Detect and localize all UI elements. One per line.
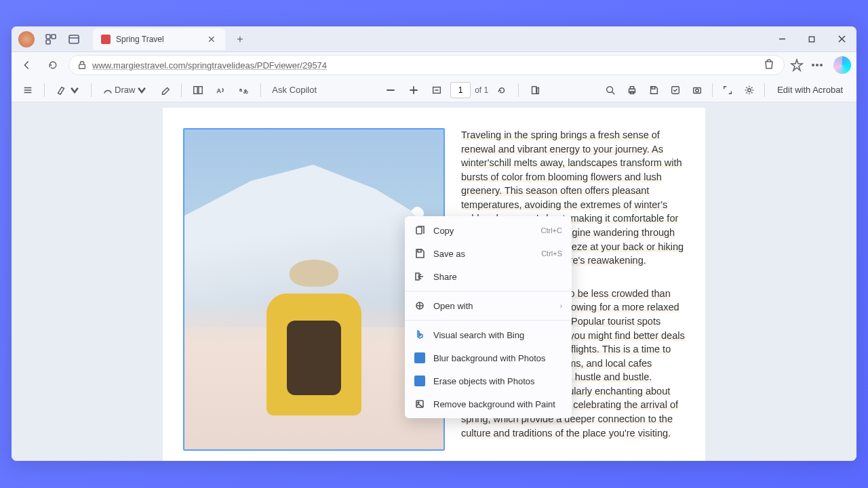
two-page-button[interactable] xyxy=(189,81,208,100)
settings-button[interactable] xyxy=(740,81,759,100)
svg-rect-32 xyxy=(631,86,634,89)
profile-avatar[interactable] xyxy=(18,31,35,47)
tab-favicon-icon xyxy=(101,35,111,44)
site-info-icon[interactable] xyxy=(77,60,87,70)
titlebar: Spring Travel ✕ + xyxy=(12,26,856,52)
menu-open-with[interactable]: Open with › xyxy=(405,294,572,317)
translate-button[interactable]: aあ xyxy=(235,81,254,100)
svg-text:A: A xyxy=(217,87,221,94)
svg-text:a: a xyxy=(239,87,242,92)
workspaces-icon[interactable] xyxy=(44,33,58,46)
new-tab-button[interactable]: + xyxy=(231,30,250,49)
bing-icon xyxy=(414,329,425,340)
menu-blur-background[interactable]: Blur background with Photos xyxy=(405,346,572,369)
svg-text:あ: あ xyxy=(243,89,248,94)
photos-blur-icon xyxy=(414,352,425,363)
erase-button[interactable] xyxy=(155,81,174,100)
more-icon[interactable] xyxy=(810,58,824,72)
svg-rect-41 xyxy=(416,273,419,280)
svg-rect-27 xyxy=(532,86,536,94)
contents-button[interactable] xyxy=(18,81,37,100)
share-icon xyxy=(414,271,425,282)
add-notes-button[interactable] xyxy=(666,81,685,100)
address-bar-row: www.margiestravel.com/springtravelideas/… xyxy=(12,52,856,78)
menu-save-as[interactable]: Save as Ctrl+S xyxy=(405,242,572,265)
tab-title: Spring Travel xyxy=(116,35,201,44)
photos-erase-icon xyxy=(414,375,425,386)
svg-point-12 xyxy=(816,64,818,66)
copy-icon xyxy=(414,225,425,236)
svg-point-37 xyxy=(696,89,698,92)
svg-point-38 xyxy=(748,88,751,91)
svg-rect-28 xyxy=(537,87,539,94)
fullscreen-button[interactable] xyxy=(718,81,737,100)
print-button[interactable] xyxy=(623,81,642,100)
save-icon xyxy=(414,248,425,259)
svg-rect-1 xyxy=(52,35,56,39)
address-bar[interactable]: www.margiestravel.com/springtravelideas/… xyxy=(68,55,785,75)
menu-remove-background[interactable]: Remove background with Paint xyxy=(405,392,572,415)
window-controls xyxy=(767,26,856,52)
svg-point-44 xyxy=(418,402,419,403)
fit-button[interactable] xyxy=(427,81,446,100)
refresh-button[interactable] xyxy=(43,55,63,75)
search-button[interactable] xyxy=(601,81,620,100)
menu-erase-objects[interactable]: Erase objects with Photos xyxy=(405,369,572,392)
edit-with-acrobat-button[interactable]: Edit with Acrobat xyxy=(770,85,850,95)
menu-copy[interactable]: Copy Ctrl+C xyxy=(405,219,572,242)
tab-close-button[interactable]: ✕ xyxy=(206,34,217,45)
open-with-icon xyxy=(414,300,425,311)
browser-tab[interactable]: Spring Travel ✕ xyxy=(93,28,225,50)
svg-rect-39 xyxy=(416,227,422,234)
draw-button[interactable]: Draw xyxy=(98,81,151,100)
image-context-menu: Copy Ctrl+C Save as Ctrl+S Share Open wi… xyxy=(405,216,572,418)
copilot-button[interactable] xyxy=(833,56,851,74)
svg-rect-3 xyxy=(69,35,79,43)
pdf-toolbar: Draw A aあ Ask Copilot of 1 Edit with Acr… xyxy=(12,78,856,102)
favorites-icon[interactable] xyxy=(790,58,804,72)
svg-rect-9 xyxy=(79,64,85,68)
zoom-in-button[interactable] xyxy=(404,81,423,100)
page-total: of 1 xyxy=(475,85,488,95)
tab-actions-icon[interactable] xyxy=(67,33,81,46)
svg-rect-6 xyxy=(809,37,814,42)
svg-point-11 xyxy=(812,64,814,66)
paint-icon xyxy=(414,399,425,409)
svg-rect-34 xyxy=(652,86,655,89)
draw-label: Draw xyxy=(115,85,135,95)
read-aloud-button[interactable]: A xyxy=(212,81,231,100)
svg-point-13 xyxy=(821,64,823,66)
minimize-button[interactable] xyxy=(767,26,797,52)
svg-rect-40 xyxy=(418,249,421,252)
rotate-button[interactable] xyxy=(492,81,511,100)
save-button[interactable] xyxy=(644,81,663,100)
zoom-out-button[interactable] xyxy=(381,81,400,100)
svg-rect-2 xyxy=(46,40,50,44)
menu-visual-search[interactable]: Visual search with Bing xyxy=(405,323,572,346)
back-button[interactable] xyxy=(17,55,37,75)
page-number-input[interactable] xyxy=(450,82,471,98)
svg-rect-17 xyxy=(194,86,197,94)
svg-rect-0 xyxy=(46,35,50,39)
svg-point-29 xyxy=(607,86,613,92)
close-window-button[interactable] xyxy=(827,26,856,52)
url-text: www.margiestravel.com/springtravelideas/… xyxy=(92,60,327,70)
svg-line-30 xyxy=(612,92,615,94)
svg-marker-10 xyxy=(791,60,802,70)
highlight-button[interactable] xyxy=(52,81,84,100)
screenshot-button[interactable] xyxy=(688,81,707,100)
menu-share[interactable]: Share xyxy=(405,265,572,288)
maximize-button[interactable] xyxy=(797,26,827,52)
shopping-icon[interactable] xyxy=(762,58,776,72)
svg-rect-18 xyxy=(199,86,202,94)
chevron-right-icon: › xyxy=(560,302,562,310)
page-view-button[interactable] xyxy=(526,81,545,100)
ask-copilot-button[interactable]: Ask Copilot xyxy=(268,81,321,100)
